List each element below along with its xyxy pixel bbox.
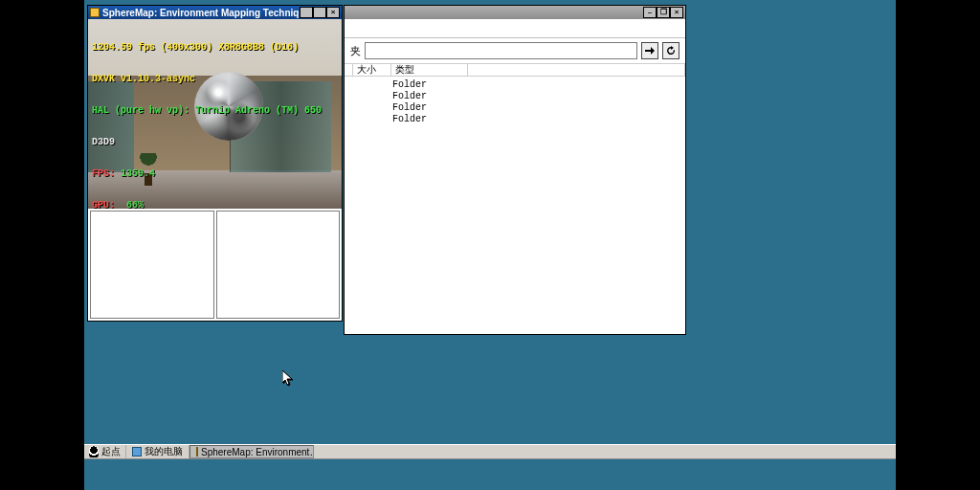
d3d-viewport: 1204.59 fps (400x300) X8R8G8B8 (D16) DXV…: [88, 19, 342, 209]
list-header[interactable]: 大小 类型: [345, 63, 685, 77]
table-row[interactable]: Folder: [345, 113, 685, 124]
minimize-button[interactable]: –: [643, 7, 657, 18]
hud-hal-line: HAL (pure hw vp): Turnip Adreno (TM) 650: [92, 105, 322, 116]
table-row[interactable]: Folder: [345, 101, 685, 113]
toolbar: [345, 19, 685, 38]
hud-dxvk-line: DXVK v1.10.3-async: [92, 74, 322, 84]
col-header-name[interactable]: [345, 64, 353, 76]
task-label: 我的电脑: [145, 445, 183, 458]
performance-hud: 1204.59 fps (400x300) X8R8G8B8 (D16) DXV…: [92, 21, 322, 209]
col-header-type[interactable]: 类型: [391, 64, 468, 76]
refresh-button[interactable]: [662, 42, 679, 59]
hud-api-line: D3D9: [92, 137, 322, 147]
address-label: 夹: [350, 44, 361, 58]
taskbar-item[interactable]: 我的电脑: [126, 445, 189, 458]
task-icon: [196, 447, 198, 457]
start-label: 起点: [101, 445, 121, 458]
desktop[interactable]: SphereMap: Environment Mapping Technique…: [84, 0, 896, 490]
cursor-icon: [282, 370, 294, 388]
window-spheremap[interactable]: SphereMap: Environment Mapping Technique…: [87, 5, 343, 322]
col-header-size[interactable]: 大小: [353, 64, 391, 76]
start-button[interactable]: 起点: [84, 445, 126, 458]
restore-button[interactable]: ❐: [657, 7, 670, 18]
col-header-spare[interactable]: [468, 64, 685, 76]
address-row: 夹: [345, 38, 685, 63]
taskbar[interactable]: 起点 我的电脑SphereMap: Environment…: [84, 444, 896, 459]
close-button[interactable]: ×: [670, 7, 683, 18]
table-row[interactable]: Folder: [345, 90, 685, 101]
hud-mode-line: 1204.59 fps (400x300) X8R8G8B8 (D16): [92, 42, 322, 53]
go-arrow-icon: [644, 45, 656, 56]
app-icon[interactable]: [90, 8, 100, 17]
address-input[interactable]: [365, 42, 637, 59]
lower-right-pane: [216, 211, 341, 319]
row-type: Folder: [389, 79, 465, 90]
titlebar-browser[interactable]: – ❐ ×: [345, 6, 685, 19]
lower-left-pane: [90, 211, 214, 319]
maximize-button[interactable]: [313, 7, 326, 18]
table-row[interactable]: Folder: [345, 78, 685, 90]
titlebar-spheremap[interactable]: SphereMap: Environment Mapping Technique…: [88, 6, 342, 19]
row-type: Folder: [389, 102, 465, 113]
taskbar-item[interactable]: SphereMap: Environment…: [189, 445, 314, 458]
row-type: Folder: [389, 91, 465, 101]
task-label: SphereMap: Environment…: [201, 447, 314, 457]
penguin-icon: [89, 446, 99, 457]
hud-fps-line: FPS: 1359.4: [92, 168, 322, 179]
go-button[interactable]: [641, 42, 658, 59]
task-icon: [132, 447, 142, 457]
window-file-browser[interactable]: – ❐ × 夹 大小 类型 FolderFolderFolderFolder: [344, 5, 686, 335]
refresh-icon: [665, 45, 677, 56]
close-button[interactable]: ×: [326, 7, 340, 18]
hud-gpu-line: GPU: 66%: [92, 200, 322, 209]
minimize-button[interactable]: [300, 7, 313, 18]
file-list[interactable]: FolderFolderFolderFolder: [345, 77, 685, 334]
window-title: SphereMap: Environment Mapping Technique: [102, 8, 300, 18]
row-type: Folder: [389, 114, 465, 124]
